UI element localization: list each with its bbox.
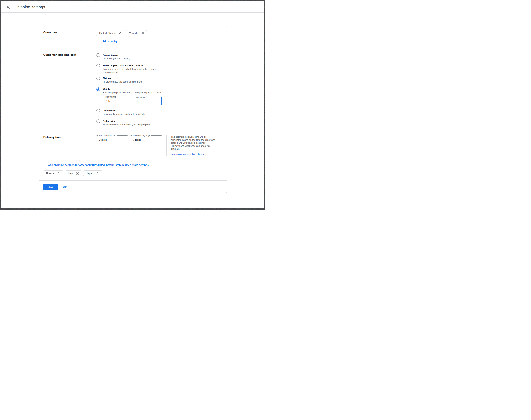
option-free-shipping[interactable]: Free shipping All orders get free shippi… xyxy=(96,53,222,60)
remove-country-icon[interactable] xyxy=(58,172,60,175)
option-description: All orders have the same shipping fee xyxy=(103,80,162,83)
option-free-shipping-over-amount[interactable]: Free shipping over a certain amount Cust… xyxy=(96,64,222,74)
add-icon xyxy=(98,40,101,43)
radio-weight-selected[interactable] xyxy=(96,87,100,91)
option-description: All orders get free shipping xyxy=(103,57,162,60)
option-flat-fee[interactable]: Flat fee All orders have the same shippi… xyxy=(96,76,222,83)
countries-label: Countries xyxy=(43,30,96,43)
chip-label: Japan xyxy=(86,172,93,175)
chip-italy[interactable]: Italy xyxy=(65,170,82,176)
close-button[interactable] xyxy=(6,5,10,9)
chip-japan[interactable]: Japan xyxy=(83,170,103,176)
option-label: Free shipping xyxy=(103,53,222,57)
add-icon xyxy=(43,163,46,167)
option-label: Weight xyxy=(103,87,222,91)
radio-order-price[interactable] xyxy=(96,120,100,123)
option-order-price[interactable]: Order price The order value determines y… xyxy=(96,120,222,126)
delivery-time-section: Delivery time Min delivery days 2 days M… xyxy=(39,130,227,160)
save-button[interactable]: Save xyxy=(43,184,58,190)
other-countries-section: Add shipping settings for other countrie… xyxy=(39,160,227,180)
max-delivery-days-label: Max delivery days xyxy=(132,134,151,137)
max-delivery-days-field[interactable]: Max delivery days 7 days xyxy=(130,135,162,144)
option-dimensions[interactable]: Dimensions Package dimensions factor int… xyxy=(96,109,222,116)
option-label: Free shipping over a certain amount xyxy=(103,64,222,67)
close-icon xyxy=(7,6,10,9)
help-text: placed and your shipping settings. xyxy=(171,141,222,145)
remove-country-icon[interactable] xyxy=(76,172,79,175)
radio-dimensions[interactable] xyxy=(96,109,100,112)
delivery-time-label: Delivery time xyxy=(43,135,96,156)
add-country-button[interactable]: Add country xyxy=(98,39,117,43)
delivery-help: The estimated delivery time will be calc… xyxy=(167,135,222,156)
add-country-label: Add country xyxy=(103,39,117,43)
chip-france[interactable]: France xyxy=(43,170,63,176)
chip-canada[interactable]: Canada xyxy=(126,30,147,36)
min-delivery-days-field[interactable]: Min delivery days 2 days xyxy=(96,135,128,144)
option-description: Customers pay a fee only if their order … xyxy=(103,67,162,74)
dialog-header: Shipping settings xyxy=(0,0,266,13)
learn-more-link[interactable]: Learn more about delivery times xyxy=(171,153,204,156)
actions-section: Save Back xyxy=(39,180,227,193)
remove-country-icon[interactable] xyxy=(97,172,99,175)
country-chips: United States Canada xyxy=(96,30,222,36)
radio-flat-fee[interactable] xyxy=(96,76,100,80)
max-weight-value: lb xyxy=(137,100,138,103)
max-weight-label: Max weight xyxy=(135,96,148,99)
text-cursor xyxy=(136,100,136,103)
option-description: The order value determines your shipping… xyxy=(103,123,162,126)
help-text: The estimated delivery time will be xyxy=(171,135,222,138)
option-description: Your shipping rate depends on weight ran… xyxy=(103,91,162,94)
screenshot-frame-bottom xyxy=(0,208,266,210)
screenshot-frame-right xyxy=(264,0,266,210)
chip-label: Italy xyxy=(68,172,73,175)
shipping-settings-card: Countries United States Canada Add count… xyxy=(39,26,227,193)
back-button[interactable]: Back xyxy=(60,186,68,188)
screenshot-frame-left xyxy=(0,0,1,210)
min-delivery-days-value: 2 days xyxy=(99,138,107,141)
other-country-chips: France Italy Japan xyxy=(43,170,222,176)
help-text: calculated based on the time the order w… xyxy=(171,138,222,142)
chip-label: Canada xyxy=(129,32,138,35)
customer-shipping-cost-label: Customer shipping cost xyxy=(43,53,96,126)
help-text: estimate. xyxy=(171,148,222,150)
screenshot-frame-top xyxy=(0,0,266,1)
min-weight-field[interactable]: Min weight 0 lb xyxy=(103,97,132,105)
remove-country-icon[interactable] xyxy=(119,32,121,34)
option-weight[interactable]: Weight Your shipping rate depends on wei… xyxy=(96,87,222,105)
radio-free-shipping[interactable] xyxy=(96,53,100,57)
option-label: Order price xyxy=(103,120,222,123)
shipping-cost-options: Free shipping All orders get free shippi… xyxy=(96,53,222,126)
customer-shipping-cost-section: Customer shipping cost Free shipping All… xyxy=(39,48,227,130)
max-delivery-days-value: 7 days xyxy=(133,138,141,141)
add-other-countries-label: Add shipping settings for other countrie… xyxy=(48,163,149,167)
min-weight-label: Min weight xyxy=(105,95,117,98)
page-title: Shipping settings xyxy=(15,5,45,10)
max-weight-field[interactable]: Max weight lb xyxy=(133,97,162,105)
countries-section: Countries United States Canada Add count… xyxy=(39,26,227,48)
option-label: Flat fee xyxy=(103,76,222,80)
remove-country-icon[interactable] xyxy=(142,32,144,34)
option-description: Package dimensions factor into your rate xyxy=(103,112,162,116)
radio-free-shipping-over-amount[interactable] xyxy=(96,64,100,67)
option-label: Dimensions xyxy=(103,109,222,112)
chip-label: France xyxy=(46,172,54,175)
min-weight-value: 0 lb xyxy=(106,100,110,103)
chip-label: United States xyxy=(99,32,115,35)
min-delivery-days-label: Min delivery days xyxy=(98,134,117,137)
help-text: Holidays and weekends can affect this xyxy=(171,145,222,148)
add-other-countries-button[interactable]: Add shipping settings for other countrie… xyxy=(43,163,149,167)
chip-united-states[interactable]: United States xyxy=(96,30,124,36)
